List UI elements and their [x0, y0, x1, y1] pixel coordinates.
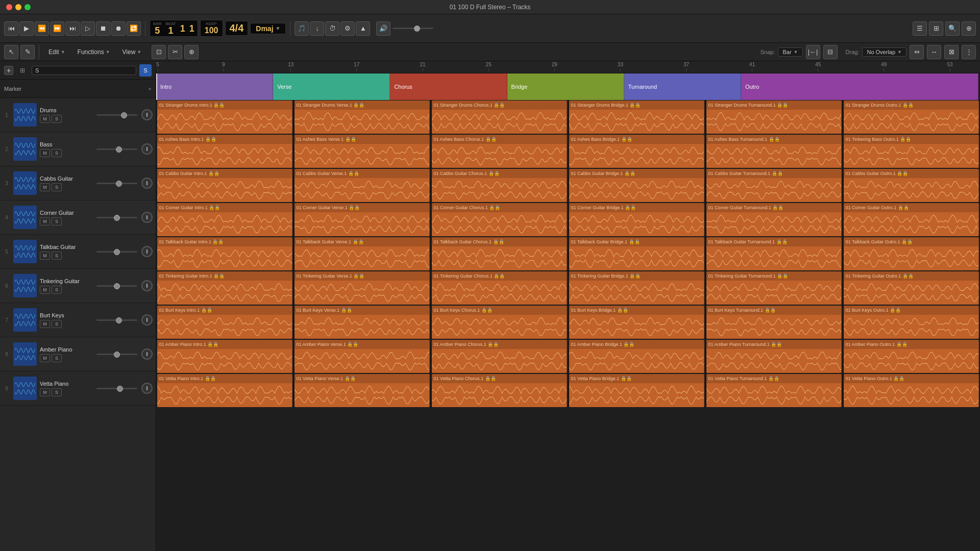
pan-knob[interactable] — [141, 246, 153, 257]
clip-block[interactable]: 01 Stranger Drums Intro.1 🔒🔒 — [157, 101, 293, 134]
drag-mode-button[interactable]: ⇔ — [910, 45, 924, 59]
resize-mode-button[interactable]: ↔ — [927, 45, 941, 59]
clip-block[interactable]: 01 Talkback Guitar Chorus.1 🔒🔒 — [432, 237, 568, 270]
mute-button[interactable]: M — [40, 320, 50, 328]
clip-block[interactable]: 01 Tinkering Guitar Turnaround.1 🔒🔒 — [706, 271, 842, 305]
solo-button[interactable]: S — [52, 217, 62, 226]
scissors-tool[interactable]: ✂ — [168, 45, 182, 59]
track-fader[interactable] — [96, 354, 137, 355]
pan-knob[interactable] — [141, 143, 153, 155]
clip-block[interactable]: 01 Talkback Guitar Intro.1 🔒🔒 — [157, 237, 293, 270]
snap-value-display[interactable]: Bar ▼ — [778, 47, 802, 57]
clip-block[interactable]: 01 Tinkering Guitar Intro.1 🔒🔒 — [157, 271, 293, 305]
clip-block[interactable]: 01 Corner Guitar Outro.1 🔒🔒 — [844, 203, 979, 236]
clip-block[interactable]: 01 Stranger Drums Chorus.1 🔒🔒 — [432, 101, 568, 134]
clip-block[interactable]: 01 Ashes Bass Turnaround.1 🔒🔒 — [706, 135, 842, 168]
clips-scroll-area[interactable]: 01 Stranger Drums Intro.1 🔒🔒 01 Stranger… — [156, 100, 980, 551]
pan-knob[interactable] — [141, 280, 153, 291]
clip-block[interactable]: 01 Cabbs Guitar Outro.1 🔒🔒 — [844, 169, 979, 202]
mute-button[interactable]: M — [40, 115, 50, 123]
clip-block[interactable]: 01 Talkback Guitar Bridge.1 🔒🔒 — [569, 237, 705, 270]
pan-knob[interactable] — [141, 383, 153, 394]
clip-block[interactable]: 01 Vetta Piano Chorus.1 🔒🔒 — [432, 374, 568, 407]
clip-block[interactable]: 01 Corner Guitar Chorus.1 🔒🔒 — [432, 203, 568, 236]
clip-block[interactable]: 01 Amber Piano Outro.1 🔒🔒 — [844, 340, 979, 373]
mute-button[interactable]: M — [40, 149, 50, 157]
clip-block[interactable]: 01 Ashes Bass Chorus.1 🔒🔒 — [432, 135, 568, 168]
track-search-input[interactable] — [32, 66, 136, 75]
stop-button[interactable]: ⏹ — [96, 21, 110, 36]
cycle-button[interactable]: 🔁 — [127, 21, 141, 36]
track-fader[interactable] — [96, 217, 137, 218]
clip-block[interactable]: 01 Corner Guitar Bridge.1 🔒🔒 — [569, 203, 705, 236]
mute-button[interactable]: M — [40, 354, 50, 362]
solo-button[interactable]: S — [52, 388, 62, 396]
pencil-tool[interactable]: ✎ — [20, 45, 35, 59]
edit-menu[interactable]: Edit ▼ — [43, 47, 70, 57]
master-volume-slider[interactable] — [393, 28, 433, 29]
track-fader[interactable] — [96, 251, 137, 253]
arrangement-block-outro[interactable]: Outro — [741, 73, 978, 100]
clip-block[interactable]: 01 Tinkering Guitar Outro.1 🔒🔒 — [844, 271, 979, 305]
clip-block[interactable]: 01 Burt Keys Intro.1 🔒🔒 — [157, 306, 293, 339]
nudge-button[interactable]: ⋮ — [962, 45, 976, 59]
maximize-button[interactable] — [24, 4, 31, 10]
pan-knob[interactable] — [141, 314, 153, 325]
master-button[interactable]: ▲ — [356, 21, 370, 36]
solo-button[interactable]: S — [52, 354, 62, 362]
rewind-to-start-button[interactable]: ⏮ — [4, 21, 18, 36]
clip-block[interactable]: 01 Amber Piano Verse.1 🔒🔒 — [295, 340, 430, 373]
play-button[interactable]: ▶ — [19, 21, 34, 36]
clip-block[interactable]: 01 Vetta Piano Outro.1 🔒🔒 — [844, 374, 979, 407]
clip-block[interactable]: 01 Ashes Bass Intro.1 🔒🔒 — [157, 135, 293, 168]
clip-block[interactable]: 01 Tinkering Guitar Bridge.1 🔒🔒 — [569, 271, 705, 305]
clip-block[interactable]: 01 Cabbs Guitar Bridge.1 🔒🔒 — [569, 169, 705, 202]
mute-button[interactable]: M — [40, 183, 50, 191]
clip-block[interactable]: 01 Cabbs Guitar Intro.1 🔒🔒 — [157, 169, 293, 202]
mute-button[interactable]: M — [40, 388, 50, 396]
clip-block[interactable]: 01 Tinkering Guitar Verse.1 🔒🔒 — [295, 271, 430, 305]
close-button[interactable] — [6, 4, 12, 10]
clip-block[interactable]: 01 Amber Piano Chorus.1 🔒🔒 — [432, 340, 568, 373]
fast-forward-button[interactable]: ⏩ — [50, 21, 64, 36]
clip-block[interactable]: 01 Talkback Guitar Verse.1 🔒🔒 — [295, 237, 430, 270]
zoom-marquee-tool[interactable]: ⊡ — [152, 45, 166, 59]
clip-block[interactable]: 01 Cabbs Guitar Chorus.1 🔒🔒 — [432, 169, 568, 202]
clip-block[interactable]: 01 Ashes Bass Bridge.1 🔒🔒 — [569, 135, 705, 168]
clip-block[interactable]: 01 Amber Piano Intro.1 🔒🔒 — [157, 340, 293, 373]
clip-block[interactable]: 01 Corner Guitar Verse.1 🔒🔒 — [295, 203, 430, 236]
clip-block[interactable]: 01 Talkback Guitar Turnaround.1 🔒🔒 — [706, 237, 842, 270]
search-button[interactable]: 🔍 — [945, 21, 960, 36]
mini-view-button[interactable]: ⊞ — [929, 21, 943, 36]
track-fader[interactable] — [96, 148, 137, 150]
clip-block[interactable]: 01 Vetta Piano Bridge.1 🔒🔒 — [569, 374, 705, 407]
clip-block[interactable]: 01 Burt Keys Bridge.1 🔒🔒 — [569, 306, 705, 339]
arrangement-block-turnaround[interactable]: Turnaround — [624, 73, 741, 100]
solo-button[interactable]: S — [52, 149, 62, 157]
track-fader[interactable] — [96, 285, 137, 287]
sync-button[interactable]: ⚙ — [340, 21, 355, 36]
pan-knob[interactable] — [141, 178, 153, 189]
functions-menu[interactable]: Functions ▼ — [72, 47, 115, 57]
list-view-button[interactable]: ☰ — [913, 21, 927, 36]
track-filter-button[interactable]: S — [139, 64, 152, 77]
solo-button[interactable]: S — [52, 286, 62, 294]
drag-value-display[interactable]: No Overlap ▼ — [862, 47, 906, 57]
clip-block[interactable]: 01 Burt Keys Chorus.1 🔒🔒 — [432, 306, 568, 339]
arrangement-block-chorus[interactable]: Chorus — [390, 73, 507, 100]
track-fader[interactable] — [96, 114, 137, 116]
clip-block[interactable]: 01 Vetta Piano Verse.1 🔒🔒 — [295, 374, 430, 407]
clip-block[interactable]: 01 Stranger Drums Outro.1 🔒🔒 — [844, 101, 979, 134]
pan-knob[interactable] — [141, 348, 153, 360]
track-fader[interactable] — [96, 319, 137, 321]
clip-block[interactable]: 01 Ashes Bass Verse.1 🔒🔒 — [295, 135, 430, 168]
smart-quantize-button[interactable]: ⊟ — [823, 45, 838, 59]
track-list-icon[interactable]: ⊞ — [16, 64, 29, 77]
clip-block[interactable]: 01 Burt Keys Outro.1 🔒🔒 — [844, 306, 979, 339]
solo-button[interactable]: S — [52, 183, 62, 191]
mute-button[interactable]: M — [40, 217, 50, 226]
clip-block[interactable]: 01 Talkback Guitar Outro.1 🔒🔒 — [844, 237, 979, 270]
pan-knob[interactable] — [141, 109, 153, 120]
clip-block[interactable]: 01 Burt Keys Turnaround.1 🔒🔒 — [706, 306, 842, 339]
clip-block[interactable]: 01 Corner Guitar Turnaround.1 🔒🔒 — [706, 203, 842, 236]
